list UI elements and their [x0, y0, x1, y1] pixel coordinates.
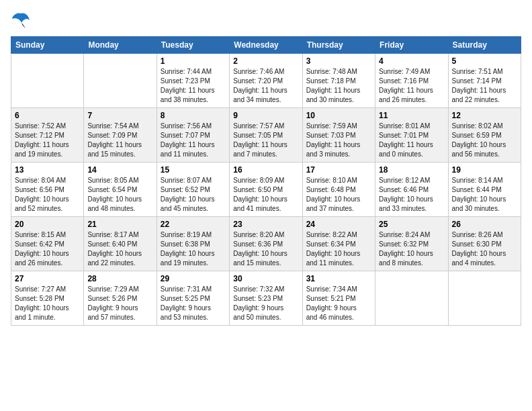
weekday-header-sunday: Sunday	[11, 37, 84, 54]
day-number: 12	[452, 111, 517, 120]
day-info: Sunrise: 8:20 AM Sunset: 6:36 PM Dayligh…	[233, 231, 287, 267]
day-info: Sunrise: 7:31 AM Sunset: 5:25 PM Dayligh…	[161, 285, 212, 321]
calendar-cell: 18Sunrise: 8:12 AM Sunset: 6:46 PM Dayli…	[375, 163, 448, 217]
calendar-cell: 15Sunrise: 8:07 AM Sunset: 6:52 PM Dayli…	[157, 163, 229, 217]
day-info: Sunrise: 7:44 AM Sunset: 7:23 PM Dayligh…	[161, 68, 215, 103]
calendar-cell: 31Sunrise: 7:34 AM Sunset: 5:21 PM Dayli…	[302, 271, 375, 326]
day-info: Sunrise: 7:32 AM Sunset: 5:23 PM Dayligh…	[233, 285, 284, 321]
calendar-week-4: 20Sunrise: 8:15 AM Sunset: 6:42 PM Dayli…	[11, 217, 521, 271]
day-info: Sunrise: 8:05 AM Sunset: 6:54 PM Dayligh…	[87, 177, 142, 212]
calendar-cell: 25Sunrise: 8:24 AM Sunset: 6:32 PM Dayli…	[375, 217, 448, 271]
day-info: Sunrise: 8:15 AM Sunset: 6:42 PM Dayligh…	[15, 231, 69, 267]
day-info: Sunrise: 8:24 AM Sunset: 6:32 PM Dayligh…	[379, 231, 433, 267]
calendar-cell: 3Sunrise: 7:48 AM Sunset: 7:18 PM Daylig…	[302, 54, 375, 108]
calendar-cell: 21Sunrise: 8:17 AM Sunset: 6:40 PM Dayli…	[84, 217, 157, 271]
page-header	[11, 11, 521, 30]
day-number: 1	[161, 56, 226, 66]
day-number: 27	[15, 274, 80, 283]
calendar-cell: 6Sunrise: 7:52 AM Sunset: 7:12 PM Daylig…	[11, 108, 84, 163]
day-info: Sunrise: 7:29 AM Sunset: 5:26 PM Dayligh…	[87, 285, 138, 321]
calendar-cell: 16Sunrise: 8:09 AM Sunset: 6:50 PM Dayli…	[230, 163, 302, 217]
day-number: 30	[233, 274, 298, 283]
day-info: Sunrise: 7:27 AM Sunset: 5:28 PM Dayligh…	[15, 285, 69, 321]
day-info: Sunrise: 8:04 AM Sunset: 6:56 PM Dayligh…	[15, 177, 69, 212]
day-number: 21	[87, 220, 152, 229]
day-number: 6	[15, 111, 80, 120]
weekday-header-friday: Friday	[375, 37, 448, 54]
calendar-cell: 4Sunrise: 7:49 AM Sunset: 7:16 PM Daylig…	[375, 54, 448, 108]
calendar-cell: 7Sunrise: 7:54 AM Sunset: 7:09 PM Daylig…	[84, 108, 157, 163]
day-info: Sunrise: 8:07 AM Sunset: 6:52 PM Dayligh…	[161, 177, 215, 212]
weekday-header-wednesday: Wednesday	[230, 37, 302, 54]
day-info: Sunrise: 8:09 AM Sunset: 6:50 PM Dayligh…	[233, 177, 287, 212]
day-number: 13	[15, 165, 80, 175]
day-info: Sunrise: 7:57 AM Sunset: 7:05 PM Dayligh…	[233, 122, 287, 158]
day-info: Sunrise: 7:48 AM Sunset: 7:18 PM Dayligh…	[306, 68, 361, 103]
day-info: Sunrise: 8:12 AM Sunset: 6:46 PM Dayligh…	[379, 177, 433, 212]
calendar-cell: 28Sunrise: 7:29 AM Sunset: 5:26 PM Dayli…	[84, 271, 157, 326]
day-number: 5	[452, 56, 517, 66]
calendar-week-2: 6Sunrise: 7:52 AM Sunset: 7:12 PM Daylig…	[11, 108, 521, 163]
day-number: 20	[15, 220, 80, 229]
calendar-cell: 12Sunrise: 8:02 AM Sunset: 6:59 PM Dayli…	[448, 108, 521, 163]
day-info: Sunrise: 7:46 AM Sunset: 7:20 PM Dayligh…	[233, 68, 287, 103]
logo	[11, 11, 34, 30]
day-number: 22	[161, 220, 226, 229]
calendar-cell: 5Sunrise: 7:51 AM Sunset: 7:14 PM Daylig…	[448, 54, 521, 108]
day-info: Sunrise: 8:01 AM Sunset: 7:01 PM Dayligh…	[379, 122, 433, 158]
calendar-cell: 11Sunrise: 8:01 AM Sunset: 7:01 PM Dayli…	[375, 108, 448, 163]
calendar-cell: 10Sunrise: 7:59 AM Sunset: 7:03 PM Dayli…	[302, 108, 375, 163]
calendar-cell: 20Sunrise: 8:15 AM Sunset: 6:42 PM Dayli…	[11, 217, 84, 271]
day-info: Sunrise: 7:34 AM Sunset: 5:21 PM Dayligh…	[306, 285, 357, 321]
day-info: Sunrise: 7:54 AM Sunset: 7:09 PM Dayligh…	[87, 122, 142, 158]
day-number: 25	[379, 220, 444, 229]
calendar-cell: 23Sunrise: 8:20 AM Sunset: 6:36 PM Dayli…	[230, 217, 302, 271]
weekday-header-row: SundayMondayTuesdayWednesdayThursdayFrid…	[11, 37, 521, 54]
day-number: 18	[379, 165, 444, 175]
day-info: Sunrise: 7:49 AM Sunset: 7:16 PM Dayligh…	[379, 68, 433, 103]
logo-icon	[11, 11, 31, 30]
day-number: 17	[306, 165, 371, 175]
calendar-cell	[375, 271, 448, 326]
day-info: Sunrise: 7:52 AM Sunset: 7:12 PM Dayligh…	[15, 122, 69, 158]
calendar-cell: 8Sunrise: 7:56 AM Sunset: 7:07 PM Daylig…	[157, 108, 229, 163]
day-number: 15	[161, 165, 226, 175]
calendar-cell: 9Sunrise: 7:57 AM Sunset: 7:05 PM Daylig…	[230, 108, 302, 163]
day-number: 23	[233, 220, 298, 229]
day-info: Sunrise: 8:02 AM Sunset: 6:59 PM Dayligh…	[452, 122, 506, 158]
weekday-header-monday: Monday	[84, 37, 157, 54]
calendar-cell: 26Sunrise: 8:26 AM Sunset: 6:30 PM Dayli…	[448, 217, 521, 271]
calendar-week-1: 1Sunrise: 7:44 AM Sunset: 7:23 PM Daylig…	[11, 54, 521, 108]
calendar-cell: 29Sunrise: 7:31 AM Sunset: 5:25 PM Dayli…	[157, 271, 229, 326]
calendar-cell	[448, 271, 521, 326]
day-number: 3	[306, 56, 371, 66]
calendar-cell: 30Sunrise: 7:32 AM Sunset: 5:23 PM Dayli…	[230, 271, 302, 326]
calendar-cell: 1Sunrise: 7:44 AM Sunset: 7:23 PM Daylig…	[157, 54, 229, 108]
day-number: 19	[452, 165, 517, 175]
calendar-week-5: 27Sunrise: 7:27 AM Sunset: 5:28 PM Dayli…	[11, 271, 521, 326]
day-number: 16	[233, 165, 298, 175]
day-info: Sunrise: 8:10 AM Sunset: 6:48 PM Dayligh…	[306, 177, 361, 212]
day-number: 10	[306, 111, 371, 120]
calendar-cell: 22Sunrise: 8:19 AM Sunset: 6:38 PM Dayli…	[157, 217, 229, 271]
day-number: 28	[87, 274, 152, 283]
weekday-header-tuesday: Tuesday	[157, 37, 229, 54]
day-number: 26	[452, 220, 517, 229]
weekday-header-thursday: Thursday	[302, 37, 375, 54]
weekday-header-saturday: Saturday	[448, 37, 521, 54]
day-info: Sunrise: 7:56 AM Sunset: 7:07 PM Dayligh…	[161, 122, 215, 158]
day-info: Sunrise: 8:22 AM Sunset: 6:34 PM Dayligh…	[306, 231, 361, 267]
day-number: 4	[379, 56, 444, 66]
day-number: 9	[233, 111, 298, 120]
day-info: Sunrise: 8:19 AM Sunset: 6:38 PM Dayligh…	[161, 231, 215, 267]
calendar-cell	[11, 54, 84, 108]
calendar-week-3: 13Sunrise: 8:04 AM Sunset: 6:56 PM Dayli…	[11, 163, 521, 217]
day-info: Sunrise: 8:14 AM Sunset: 6:44 PM Dayligh…	[452, 177, 506, 212]
day-number: 11	[379, 111, 444, 120]
calendar-cell: 27Sunrise: 7:27 AM Sunset: 5:28 PM Dayli…	[11, 271, 84, 326]
day-info: Sunrise: 7:51 AM Sunset: 7:14 PM Dayligh…	[452, 68, 506, 103]
calendar-cell: 17Sunrise: 8:10 AM Sunset: 6:48 PM Dayli…	[302, 163, 375, 217]
day-info: Sunrise: 8:26 AM Sunset: 6:30 PM Dayligh…	[452, 231, 506, 267]
calendar-cell: 2Sunrise: 7:46 AM Sunset: 7:20 PM Daylig…	[230, 54, 302, 108]
day-info: Sunrise: 8:17 AM Sunset: 6:40 PM Dayligh…	[87, 231, 142, 267]
